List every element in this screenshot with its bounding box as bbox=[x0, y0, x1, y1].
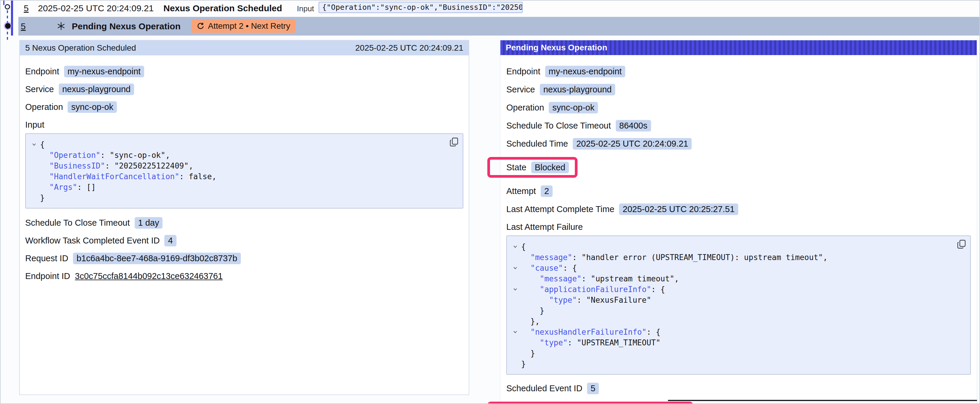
code-line: } bbox=[509, 305, 955, 316]
json-text: { bbox=[521, 242, 526, 251]
json-text: } bbox=[40, 193, 45, 202]
copy-icon[interactable] bbox=[450, 138, 458, 147]
code-line: "nexusHandlerFailureInfo": { bbox=[509, 327, 955, 337]
code-gutter bbox=[509, 348, 521, 359]
endpoint-id-link[interactable]: 3c0c75ccfa8144b092c13ce632463761 bbox=[75, 271, 223, 281]
field-label: Schedule To Close Timeout bbox=[25, 218, 130, 228]
field-value-badge: 2 bbox=[541, 185, 553, 197]
code-line: { bbox=[28, 139, 447, 150]
code-line: "type": "UPSTREAM_TIMEOUT" bbox=[509, 337, 955, 348]
code-gutter bbox=[28, 150, 40, 160]
field-value-badge: 5 bbox=[587, 383, 599, 394]
code-gutter bbox=[509, 316, 521, 327]
code-line: } bbox=[28, 193, 447, 203]
collapse-chevron-icon[interactable] bbox=[28, 139, 40, 150]
field-label: Schedule To Close Timeout bbox=[506, 121, 611, 131]
field-state: State Blocked bbox=[506, 161, 569, 174]
field-value-badge: 1 day bbox=[135, 217, 163, 229]
json-text: }, bbox=[530, 317, 539, 326]
field-value-badge: 2025-02-25 UTC 20:25:27.51 bbox=[619, 203, 738, 215]
json-text: } bbox=[540, 306, 544, 315]
field-label: Last Attempt Complete Time bbox=[506, 204, 614, 214]
right-panel-header-striped: Pending Nexus Operation bbox=[500, 40, 977, 55]
json-key: "type" bbox=[540, 338, 568, 347]
field-label: Endpoint ID bbox=[25, 271, 70, 281]
event-timestamp: 2025-02-25 UTC 20:24:09.21 bbox=[38, 3, 154, 13]
field-workflow-task-completed-event-id: Workflow Task Completed Event ID 4 bbox=[25, 234, 463, 247]
input-json-viewer: {"Operation": "sync-op-ok","BusinessID":… bbox=[25, 133, 463, 209]
field-attempt: Attempt 2 bbox=[506, 185, 971, 198]
code-line: "BusinessID": "20250225122409", bbox=[28, 160, 447, 171]
collapse-chevron-icon[interactable] bbox=[509, 241, 521, 252]
code-gutter bbox=[509, 295, 521, 305]
code-line: "Operation": "sync-op-ok", bbox=[28, 150, 447, 160]
json-text: : { bbox=[647, 328, 660, 336]
json-text: : [] bbox=[77, 183, 96, 192]
event-row-pending-nexus-operation[interactable]: 5 Pending Nexus Operation Attempt 2 • Ne… bbox=[18, 17, 979, 36]
field-service: Service nexus-playground bbox=[506, 83, 971, 96]
event-row-nexus-operation-scheduled[interactable]: 5 2025-02-25 UTC 20:24:09.21 Nexus Opera… bbox=[18, 1, 979, 16]
field-scheduled-event-id: Scheduled Event ID 5 bbox=[506, 382, 971, 395]
field-label: Scheduled Time bbox=[506, 139, 568, 149]
code-gutter bbox=[28, 171, 40, 182]
field-label: Workflow Task Completed Event ID bbox=[25, 236, 159, 246]
json-text: : { bbox=[651, 285, 665, 294]
json-text: { bbox=[40, 140, 45, 149]
collapse-chevron-icon[interactable] bbox=[509, 284, 521, 295]
json-key: "applicationFailureInfo" bbox=[540, 285, 651, 294]
retry-icon bbox=[197, 22, 204, 30]
code-line: "message": "handler error (UPSTREAM_TIME… bbox=[509, 252, 955, 263]
code-line: } bbox=[509, 348, 955, 359]
field-schedule-to-close-timeout: Schedule To Close Timeout 1 day bbox=[25, 216, 463, 229]
field-label: Service bbox=[506, 85, 535, 95]
code-gutter bbox=[509, 305, 521, 316]
field-label: Operation bbox=[25, 102, 63, 112]
rail-scroll-nub bbox=[3, 1, 5, 5]
field-value-badge: 2025-02-25 UTC 20:24:09.21 bbox=[573, 138, 692, 150]
pending-asterisk-icon bbox=[57, 22, 65, 30]
field-last-attempt-complete-time: Last Attempt Complete Time 2025-02-25 UT… bbox=[506, 203, 971, 215]
copy-icon[interactable] bbox=[957, 239, 966, 249]
timeline-active-bar bbox=[11, 1, 13, 36]
left-panel-timestamp: 2025-02-25 UTC 20:24:09.21 bbox=[355, 43, 463, 53]
field-value-badge: sync-op-ok bbox=[549, 102, 598, 113]
json-text: : "20250225122409", bbox=[105, 162, 193, 170]
code-line: } bbox=[509, 359, 955, 369]
timeline-node-open-icon bbox=[5, 4, 10, 10]
field-label: Service bbox=[25, 84, 54, 94]
event-title: Nexus Operation Scheduled bbox=[164, 3, 282, 13]
json-key: "cause" bbox=[530, 264, 563, 273]
code-gutter bbox=[28, 182, 40, 193]
json-key: "nexusHandlerFailureInfo" bbox=[530, 328, 646, 336]
field-label: State bbox=[506, 163, 527, 173]
event-input-preview[interactable]: {"Operation":"sync-op-ok","BusinessID":"… bbox=[318, 2, 523, 13]
json-key: "message" bbox=[540, 274, 582, 283]
code-line: "applicationFailureInfo": { bbox=[509, 284, 955, 295]
json-key: "type" bbox=[549, 296, 577, 304]
json-key: "Args" bbox=[49, 183, 77, 192]
field-label: Endpoint bbox=[25, 67, 59, 76]
timeline-node-filled-icon bbox=[5, 23, 11, 29]
collapse-chevron-icon[interactable] bbox=[509, 327, 521, 337]
json-text: : { bbox=[563, 264, 577, 273]
code-line: "type": "NexusFailure" bbox=[509, 295, 955, 305]
json-text: : false, bbox=[180, 172, 216, 181]
field-endpoint-id: Endpoint ID 3c0c75ccfa8144b092c13ce63246… bbox=[25, 269, 463, 282]
code-line: "message": "upstream timeout", bbox=[509, 273, 955, 284]
field-label: Request ID bbox=[25, 253, 68, 263]
field-service: Service nexus-playground bbox=[25, 82, 463, 96]
field-value-badge: b1c6a4bc-8ee7-468a-9169-df3b02c8737b bbox=[73, 253, 241, 264]
event-id-link[interactable]: 5 bbox=[24, 3, 29, 13]
panel-bottom-edge bbox=[668, 400, 977, 401]
code-gutter bbox=[28, 160, 40, 171]
field-label: Operation bbox=[506, 103, 544, 112]
code-gutter bbox=[28, 193, 40, 203]
collapse-chevron-icon[interactable] bbox=[509, 263, 521, 273]
panel-nexus-operation-scheduled: 5 Nexus Operation Scheduled 2025-02-25 U… bbox=[19, 40, 469, 395]
field-value-badge: my-nexus-endpoint bbox=[64, 66, 145, 77]
event-id-link[interactable]: 5 bbox=[21, 21, 26, 32]
json-text: : "handler error (UPSTREAM_TIMEOUT): ups… bbox=[572, 253, 827, 262]
annotation-highlight-blocked-reason: Blocked Reason The circuit breaker is op… bbox=[487, 402, 693, 404]
field-request-id: Request ID b1c6a4bc-8ee7-468a-9169-df3b0… bbox=[25, 252, 463, 265]
field-value-badge: nexus-playground bbox=[540, 84, 616, 95]
